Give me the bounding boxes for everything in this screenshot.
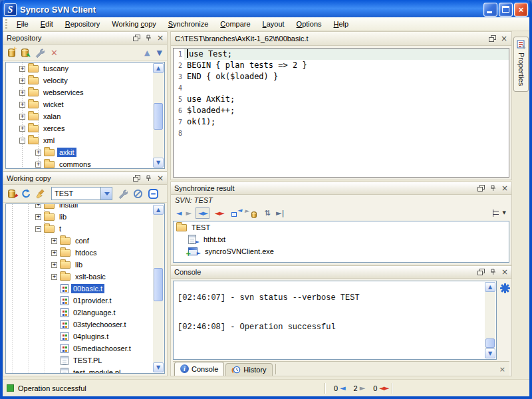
expander-icon[interactable] (35, 162, 41, 168)
expander-icon[interactable] (35, 214, 41, 220)
tree-item[interactable]: 03stylechooser.t (6, 319, 164, 331)
tree-item[interactable]: TEST.PL (6, 354, 164, 366)
move-up-icon[interactable]: ▲ (144, 49, 150, 57)
expander-icon[interactable] (19, 78, 25, 84)
tree-item[interactable]: install (6, 203, 164, 211)
tab-console[interactable]: i Console (174, 362, 224, 376)
tree-item[interactable]: tuscany (6, 63, 164, 74)
code-line[interactable]: 2BEGIN { plan tests => 2 } (174, 60, 509, 71)
code-line[interactable]: 4 (174, 82, 509, 94)
tree-item[interactable]: xml (6, 134, 164, 146)
move-down-icon[interactable]: ▼ (157, 49, 162, 57)
commit-icon[interactable]: ► (246, 209, 257, 217)
float-icon[interactable] (477, 185, 485, 192)
menu-working-copy[interactable]: Working copy (106, 19, 162, 29)
close-editor-icon[interactable]: × (501, 35, 507, 42)
clear-console-icon[interactable] (500, 283, 510, 296)
expander-icon[interactable] (35, 150, 41, 156)
menu-file[interactable]: File (11, 19, 35, 29)
menu-options[interactable]: Options (291, 19, 328, 29)
checkout-icon[interactable]: ► (21, 49, 29, 57)
tree-item[interactable]: 02language.t (6, 307, 164, 319)
working-copy-scrollbar[interactable]: ▲ ▼ (153, 205, 164, 372)
expander-icon[interactable] (51, 250, 57, 256)
tree-item[interactable]: wicket (6, 98, 164, 110)
scroll-thumb[interactable] (485, 338, 495, 348)
tab-history[interactable]: History (225, 363, 272, 376)
tree-item[interactable]: xalan (6, 110, 164, 122)
code-line[interactable]: 8 (174, 128, 509, 139)
expander-icon[interactable] (51, 262, 57, 268)
update-icon[interactable]: ◄ (231, 209, 241, 217)
console-output[interactable]: [02:46:07] - svn status --verbose TEST [… (173, 281, 497, 360)
cleanup-icon[interactable] (36, 189, 46, 199)
expander-icon[interactable] (51, 274, 57, 280)
tree-item[interactable]: lib (6, 211, 164, 223)
code-line[interactable]: 5use AxKit; (174, 94, 509, 105)
menu-repository[interactable]: Repository (59, 19, 106, 29)
expander-icon[interactable] (19, 66, 25, 72)
scroll-thumb[interactable] (154, 268, 163, 301)
scroll-down-icon[interactable]: ▼ (153, 158, 164, 168)
minimize-button[interactable] (483, 3, 497, 17)
in-out-arrow-icon[interactable]: ◄► (196, 207, 209, 219)
maximize-button[interactable] (499, 3, 513, 17)
menu-edit[interactable]: Edit (35, 19, 59, 29)
close-panel-icon[interactable]: × (157, 175, 164, 182)
tree-item[interactable]: t (6, 223, 164, 235)
code-editor[interactable]: 1use Test; 2BEGIN { plan tests => 2 } 3E… (173, 48, 509, 178)
tree-item[interactable]: commons (6, 158, 164, 169)
next-change-icon[interactable]: ►| (276, 209, 284, 217)
menu-synchronize[interactable]: Synchronize (162, 19, 215, 29)
wrench-icon[interactable] (118, 189, 128, 199)
console-panel-header[interactable]: Console × (171, 266, 511, 279)
expander-icon[interactable] (35, 203, 41, 208)
code-line[interactable]: 6$loaded++; (174, 105, 509, 116)
pin-icon[interactable] (145, 35, 152, 42)
float-icon[interactable] (489, 35, 496, 42)
tree-item[interactable]: test_module.pl (6, 366, 164, 374)
close-button[interactable]: × (514, 3, 528, 17)
console-scrollbar[interactable]: ▲ ▼ (485, 282, 495, 358)
menu-layout[interactable]: Layout (257, 19, 291, 29)
expander-icon[interactable] (19, 114, 25, 120)
expander-icon[interactable] (51, 238, 57, 244)
pin-icon[interactable] (145, 175, 152, 182)
editor-header[interactable]: C:\TEST\branches\AxKit-1_62\t\00basic.t … (171, 32, 511, 46)
close-tab-icon[interactable]: × (499, 365, 505, 376)
block-icon[interactable] (133, 189, 143, 199)
scroll-down-icon[interactable]: ▼ (153, 362, 164, 372)
repository-scrollbar[interactable]: ▲ ▼ (153, 63, 164, 168)
working-copy-panel-header[interactable]: Working copy × (3, 172, 167, 185)
scroll-thumb[interactable] (154, 103, 163, 130)
pin-icon[interactable] (489, 185, 497, 192)
expander-icon[interactable] (19, 126, 25, 132)
tree-item-selected[interactable]: axkit (6, 146, 164, 158)
tree-item[interactable]: htdocs (6, 247, 164, 259)
tree-item[interactable]: xslt-basic (6, 271, 164, 283)
float-icon[interactable] (133, 35, 140, 41)
expand-icon[interactable]: ⇅ (265, 209, 271, 217)
menu-help[interactable]: Help (328, 19, 355, 29)
tree-item[interactable]: 05mediachooser.t (6, 342, 164, 354)
tree-item[interactable]: conf (6, 235, 164, 247)
expander-icon[interactable] (35, 226, 41, 232)
expander-icon[interactable] (19, 102, 25, 108)
collapse-all-icon[interactable] (148, 189, 158, 199)
tree-item[interactable]: 01provider.t (6, 295, 164, 307)
conflict-arrow-icon[interactable]: ◄► (215, 209, 223, 217)
tree-view-toggle[interactable]: ▼ (493, 209, 506, 217)
outgoing-arrow-icon[interactable]: ► (186, 209, 190, 217)
tree-item[interactable]: velocity (6, 74, 164, 86)
working-copy-selector[interactable]: TEST (51, 187, 112, 200)
remove-icon[interactable]: ✕ (51, 49, 58, 57)
scroll-up-icon[interactable]: ▲ (153, 63, 164, 73)
scroll-up-icon[interactable]: ▲ (153, 205, 164, 215)
tree-item[interactable]: +►syncroSVNClient.exe (174, 245, 509, 257)
tree-item[interactable]: webservices (6, 86, 164, 98)
tree-item[interactable]: xerces (6, 122, 164, 134)
scroll-down-icon[interactable]: ▼ (485, 348, 495, 358)
menu-compare[interactable]: Compare (214, 19, 256, 29)
close-panel-icon[interactable]: × (501, 269, 508, 275)
commit-icon[interactable]: ► (8, 190, 15, 198)
